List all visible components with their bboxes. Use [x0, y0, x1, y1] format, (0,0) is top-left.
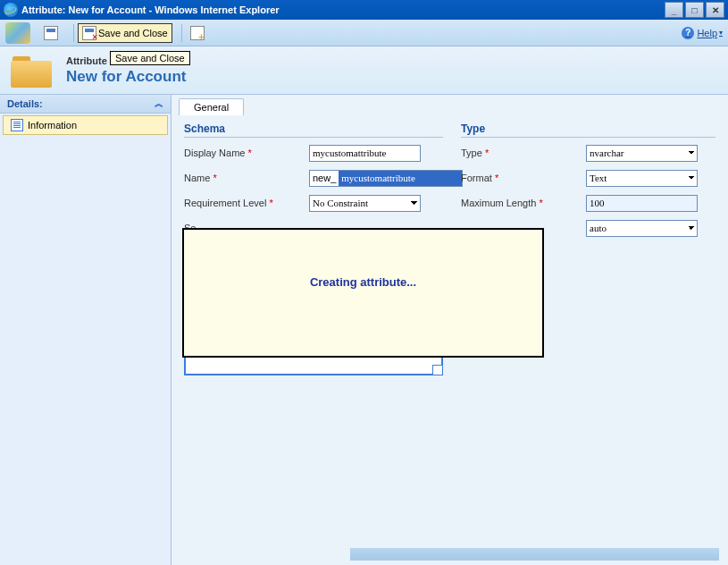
save-icon [44, 26, 58, 40]
save-button[interactable] [39, 23, 64, 43]
name-prefix: new_ [309, 170, 339, 187]
ime-mode-select[interactable]: auto [586, 220, 698, 237]
crm-logo-icon [5, 22, 30, 44]
schema-title: Schema [184, 122, 443, 138]
name-input[interactable] [339, 170, 463, 187]
sidebar: Details: ︽ Information [0, 95, 172, 565]
save-close-icon [82, 26, 96, 40]
save-and-close-label: Save and Close [98, 28, 168, 38]
chevron-down-icon: ▾ [719, 29, 723, 37]
tooltip: Save and Close [110, 51, 190, 65]
maximize-button[interactable]: □ [685, 2, 704, 18]
sidebar-section-header[interactable]: Details: ︽ [0, 95, 171, 114]
collapse-icon: ︽ [155, 97, 163, 110]
max-length-label: Maximum Length * [461, 198, 586, 208]
tab-general[interactable]: General [179, 98, 244, 115]
toolbar-separator [181, 24, 182, 42]
progress-message: Creating attribute... [310, 275, 416, 289]
save-as-new-button[interactable] [186, 23, 211, 43]
display-name-input[interactable] [309, 145, 421, 162]
toolbar-separator [73, 24, 74, 42]
folder-icon [11, 53, 55, 89]
document-icon [11, 119, 23, 131]
display-name-label: Display Name * [184, 148, 309, 158]
ie-icon [4, 3, 18, 17]
help-menu[interactable]: ? Help ▾ [682, 27, 723, 39]
help-label: Help [697, 28, 717, 38]
status-bar [350, 548, 719, 561]
sidebar-item-information[interactable]: Information [3, 115, 168, 135]
close-button[interactable]: ✕ [706, 2, 724, 18]
max-length-input[interactable] [586, 195, 698, 212]
page-title: New for Account [66, 68, 186, 86]
tab-row: General [179, 98, 721, 115]
type-select[interactable]: nvarchar [586, 145, 698, 162]
window-titlebar: Attribute: New for Account - Windows Int… [0, 0, 728, 20]
format-select[interactable]: Text [586, 170, 698, 187]
save-and-close-button[interactable]: Save and Close [78, 23, 172, 43]
type-title: Type [461, 122, 715, 138]
toolbar: Save and Close ? Help ▾ [0, 20, 728, 46]
window-title: Attribute: New for Account - Windows Int… [21, 4, 280, 15]
format-label: Format * [461, 173, 586, 183]
requirement-level-select[interactable]: No Constraint [309, 195, 421, 212]
save-new-icon [190, 26, 205, 40]
progress-dialog: Creating attribute... [182, 228, 544, 358]
name-label: Name * [184, 173, 309, 183]
help-icon: ? [682, 27, 694, 39]
sidebar-item-label: Information [28, 120, 77, 131]
resize-handle-icon[interactable] [432, 365, 443, 375]
minimize-button[interactable]: _ [665, 2, 683, 18]
sidebar-section-label: Details: [7, 98, 43, 109]
type-label: Type * [461, 148, 586, 158]
requirement-level-label: Requirement Level * [184, 198, 309, 208]
